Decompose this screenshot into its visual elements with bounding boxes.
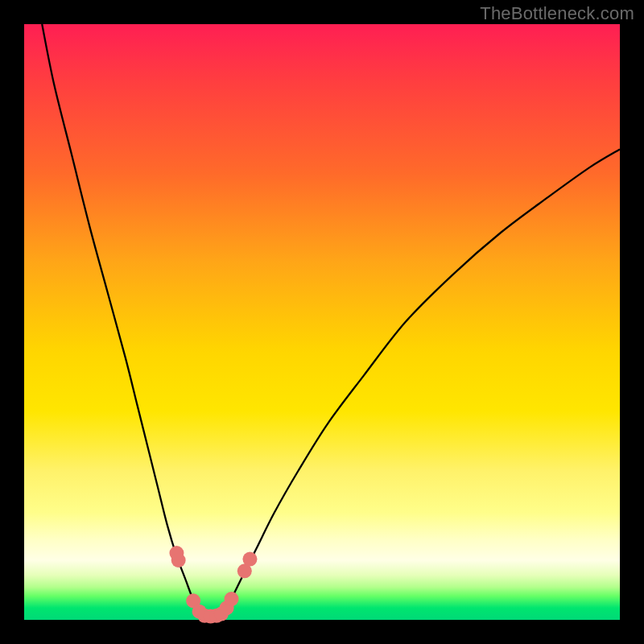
outer-frame: TheBottleneck.com (0, 0, 644, 644)
marker-layer (169, 546, 257, 623)
curve-right (221, 149, 620, 617)
highlight-marker (242, 552, 257, 567)
watermark-text: TheBottleneck.com (480, 3, 634, 24)
chart-svg (24, 24, 620, 620)
curve-left (42, 24, 200, 617)
plot-area (24, 24, 620, 620)
highlight-marker (171, 553, 186, 568)
curve-layer (42, 24, 620, 618)
highlight-marker (225, 592, 239, 606)
